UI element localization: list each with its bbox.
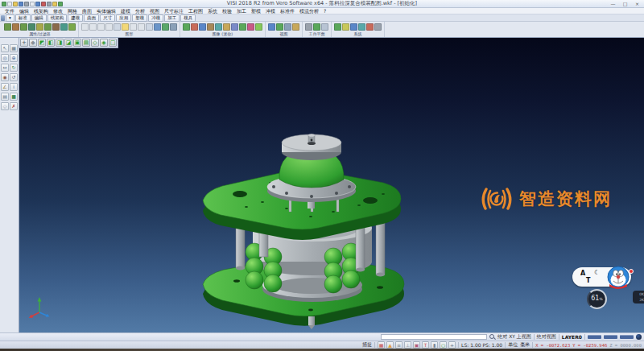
viewport-3d[interactable]: +◆◩◧◨◪▣▤◇◈□ <box>19 38 644 332</box>
view-indicator[interactable]: 绝对视图 <box>537 333 556 341</box>
menu-item[interactable]: 建模 <box>118 8 133 14</box>
menu-item[interactable]: ? <box>321 8 328 14</box>
print-preview-icon[interactable] <box>30 2 35 6</box>
toolbar-tab[interactable]: 曲面 <box>84 14 99 22</box>
info-icon[interactable]: i <box>10 83 18 91</box>
shaded-edges-icon[interactable] <box>105 23 113 31</box>
copy-icon[interactable] <box>35 2 40 6</box>
active-shading-icon[interactable] <box>122 23 129 31</box>
layer-manager-icon[interactable] <box>334 23 341 31</box>
color-palette-icon[interactable] <box>342 23 349 31</box>
filter-text-icon[interactable] <box>52 23 60 31</box>
shaded-icon[interactable] <box>97 23 105 31</box>
menu-item[interactable]: 加工 <box>234 8 249 14</box>
toolbar-tab[interactable]: 模具 <box>180 14 196 22</box>
tile-windows-icon[interactable] <box>276 23 283 31</box>
perspective-icon[interactable] <box>146 23 153 31</box>
workplane-icon[interactable] <box>305 23 312 31</box>
menu-item[interactable]: 尺寸标注 <box>162 8 186 14</box>
grid-snap-icon[interactable]: ▦ <box>378 341 385 349</box>
transport-icon[interactable]: ▣ <box>413 341 420 349</box>
toolbar-tab[interactable]: 加工 <box>164 14 180 22</box>
assistive-overlay-widget[interactable]: A ☾ T <box>570 263 644 316</box>
measure-icon[interactable]: ∠ <box>1 83 9 91</box>
menu-item[interactable]: 工程图 <box>186 8 205 14</box>
front-view-icon[interactable] <box>231 23 238 31</box>
globe-icon[interactable] <box>636 334 642 340</box>
menu-item[interactable]: 塑模 <box>249 8 263 14</box>
open-file-icon[interactable] <box>7 2 12 6</box>
crosshair-icon[interactable]: + <box>448 341 456 349</box>
select-icon[interactable]: ↖ <box>1 44 9 52</box>
iso-right-view-icon[interactable]: □ <box>109 39 117 47</box>
assistant-pill[interactable]: A ☾ T <box>572 267 631 287</box>
menu-item[interactable]: 文件 <box>2 8 17 14</box>
zoom-fit-icon[interactable] <box>183 23 190 31</box>
toolbar-tab[interactable]: 冲模 <box>148 14 163 22</box>
menu-item[interactable]: 曲面 <box>80 8 94 14</box>
filter-dimensions-icon[interactable] <box>60 23 68 31</box>
workplane-by-face-icon[interactable] <box>313 23 320 31</box>
iso-view-icon[interactable]: ◩ <box>38 39 46 47</box>
shading-cube-icon[interactable]: ◆ <box>29 39 37 47</box>
toolbar-tab[interactable]: 线架构 <box>47 14 68 22</box>
cpl-indicator[interactable]: 绝对 XY 上视图 <box>497 333 531 341</box>
zoom-previous-icon[interactable] <box>199 23 206 31</box>
minimize-button[interactable]: — <box>608 1 618 7</box>
menu-item[interactable]: 视图 <box>147 8 162 14</box>
isometric-view-icon[interactable] <box>247 23 254 31</box>
section-view-icon[interactable] <box>138 23 145 31</box>
left-view-icon[interactable]: ◪ <box>64 39 72 47</box>
menu-item[interactable]: 分析 <box>133 8 147 14</box>
toolbar-tab[interactable]: 塑模 <box>132 14 147 22</box>
toolbar-tab[interactable]: 建模 <box>68 14 83 22</box>
timer-icon[interactable]: ○ <box>440 341 447 349</box>
front-view-icon[interactable]: ◧ <box>47 39 55 47</box>
filter-lines-icon[interactable] <box>12 23 19 31</box>
new-window-icon[interactable] <box>268 23 275 31</box>
toolbar-tab[interactable]: 尺寸 <box>100 14 115 22</box>
materials-icon[interactable] <box>162 23 169 31</box>
pan-icon[interactable]: ↔ <box>1 64 9 72</box>
command-field[interactable] <box>381 334 487 340</box>
ortho-snap-icon[interactable]: ▲ <box>386 341 394 349</box>
save-icon[interactable] <box>13 2 18 6</box>
menu-item[interactable]: 模流分析 <box>297 8 321 14</box>
undo-view-icon[interactable]: ↺ <box>10 73 18 81</box>
filter-arcs-icon[interactable] <box>20 23 27 31</box>
named-views-icon[interactable] <box>255 23 262 31</box>
hidden-line-icon[interactable] <box>89 23 97 31</box>
cut-icon[interactable] <box>41 2 46 6</box>
lights-icon[interactable] <box>170 23 177 31</box>
filter-curves-icon[interactable] <box>28 23 35 31</box>
delete-icon[interactable]: ✗ <box>10 102 18 110</box>
render-mode-icon[interactable] <box>114 23 121 31</box>
spin-icon[interactable] <box>223 23 230 31</box>
menu-item[interactable]: 校验 <box>220 8 234 14</box>
grid-icon[interactable]: ▦ <box>10 44 18 52</box>
menu-item[interactable]: 编辑 <box>17 8 31 14</box>
toolbar-dropdown-button[interactable]: ▾ <box>6 14 14 22</box>
undo-icon[interactable] <box>52 2 57 6</box>
perpendicular-snap-icon[interactable]: ⊥ <box>404 341 411 349</box>
layers-icon[interactable]: ▤ <box>1 93 9 101</box>
scale-indicator[interactable]: LS: 1.00 PS: 1.00 <box>461 342 502 348</box>
ghost-icon[interactable]: ◇ <box>1 102 9 110</box>
doraemon-avatar[interactable] <box>605 265 631 294</box>
background-icon[interactable] <box>154 23 161 31</box>
column-icon[interactable]: ▮ <box>431 341 438 349</box>
rotate-view-icon[interactable]: ↻ <box>10 64 18 72</box>
attribute-manager-icon[interactable] <box>350 23 357 31</box>
new-file-icon[interactable] <box>2 2 6 6</box>
target-icon[interactable]: ◉ <box>1 73 9 81</box>
save-all-icon[interactable] <box>19 2 23 6</box>
view-manager-icon[interactable] <box>284 23 291 31</box>
unit-value[interactable]: 毫米 <box>520 341 530 349</box>
toolbar-tab[interactable]: 标准 <box>15 14 31 22</box>
full-screen-icon[interactable] <box>292 23 299 31</box>
menu-item[interactable]: 网格 <box>65 8 80 14</box>
menu-item[interactable]: 修改 <box>51 8 65 14</box>
text-marker-icon[interactable]: T <box>422 341 429 349</box>
menu-item[interactable]: 线架构 <box>31 8 51 14</box>
top-view-icon[interactable] <box>239 23 246 31</box>
